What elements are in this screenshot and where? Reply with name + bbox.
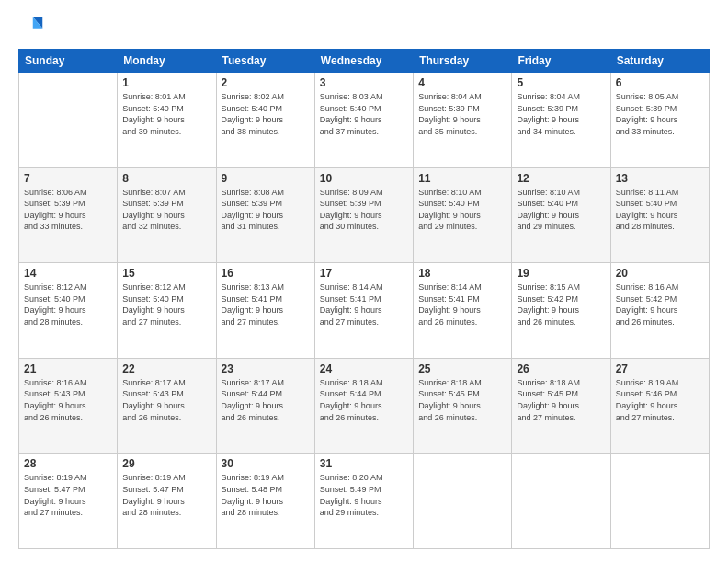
calendar-cell: 29Sunrise: 8:19 AM Sunset: 5:47 PM Dayli… — [118, 454, 216, 549]
day-number: 16 — [222, 267, 310, 280]
calendar-cell: 27Sunrise: 8:19 AM Sunset: 5:46 PM Dayli… — [610, 358, 709, 454]
day-info: Sunrise: 8:12 AM Sunset: 5:40 PM Dayligh… — [122, 282, 210, 327]
weekday-header-friday: Friday — [512, 50, 610, 73]
day-number: 12 — [517, 172, 605, 185]
day-number: 28 — [24, 457, 112, 470]
day-number: 2 — [222, 76, 310, 89]
calendar-cell: 3Sunrise: 8:03 AM Sunset: 5:40 PM Daylig… — [314, 73, 413, 168]
day-number: 8 — [122, 172, 210, 185]
day-info: Sunrise: 8:07 AM Sunset: 5:39 PM Dayligh… — [122, 187, 210, 233]
calendar-cell: 4Sunrise: 8:04 AM Sunset: 5:39 PM Daylig… — [414, 73, 512, 168]
day-number: 19 — [517, 267, 605, 280]
day-info: Sunrise: 8:19 AM Sunset: 5:47 PM Dayligh… — [24, 472, 112, 518]
calendar-cell: 25Sunrise: 8:18 AM Sunset: 5:45 PM Dayli… — [414, 358, 512, 454]
day-number: 26 — [517, 362, 605, 375]
day-info: Sunrise: 8:08 AM Sunset: 5:39 PM Dayligh… — [222, 187, 310, 233]
week-row-3: 21Sunrise: 8:16 AM Sunset: 5:43 PM Dayli… — [19, 358, 710, 454]
day-info: Sunrise: 8:10 AM Sunset: 5:40 PM Dayligh… — [517, 187, 605, 233]
day-info: Sunrise: 8:05 AM Sunset: 5:39 PM Dayligh… — [616, 91, 704, 137]
day-number: 13 — [616, 172, 704, 185]
logo-icon — [18, 14, 44, 40]
calendar-cell: 20Sunrise: 8:16 AM Sunset: 5:42 PM Dayli… — [610, 263, 709, 359]
day-number: 11 — [418, 172, 506, 185]
calendar-cell: 14Sunrise: 8:12 AM Sunset: 5:40 PM Dayli… — [19, 263, 118, 359]
calendar-cell — [19, 73, 118, 168]
calendar-cell — [512, 454, 610, 549]
day-info: Sunrise: 8:06 AM Sunset: 5:39 PM Dayligh… — [24, 187, 112, 233]
week-row-4: 28Sunrise: 8:19 AM Sunset: 5:47 PM Dayli… — [19, 454, 710, 549]
day-number: 25 — [418, 362, 506, 375]
calendar-cell: 1Sunrise: 8:01 AM Sunset: 5:40 PM Daylig… — [118, 73, 216, 168]
calendar-cell — [414, 454, 512, 549]
day-number: 29 — [122, 457, 210, 470]
calendar-cell: 22Sunrise: 8:17 AM Sunset: 5:43 PM Dayli… — [118, 358, 216, 454]
day-info: Sunrise: 8:19 AM Sunset: 5:46 PM Dayligh… — [616, 377, 704, 423]
calendar-cell: 15Sunrise: 8:12 AM Sunset: 5:40 PM Dayli… — [118, 263, 216, 359]
week-row-2: 14Sunrise: 8:12 AM Sunset: 5:40 PM Dayli… — [19, 263, 710, 359]
day-info: Sunrise: 8:16 AM Sunset: 5:43 PM Dayligh… — [24, 377, 112, 423]
calendar-cell: 8Sunrise: 8:07 AM Sunset: 5:39 PM Daylig… — [118, 167, 216, 263]
day-number: 5 — [517, 76, 605, 89]
weekday-header-thursday: Thursday — [414, 50, 512, 73]
day-number: 3 — [320, 76, 408, 89]
day-info: Sunrise: 8:19 AM Sunset: 5:48 PM Dayligh… — [222, 472, 310, 518]
day-info: Sunrise: 8:03 AM Sunset: 5:40 PM Dayligh… — [320, 91, 408, 137]
weekday-header-saturday: Saturday — [610, 50, 709, 73]
calendar-cell: 24Sunrise: 8:18 AM Sunset: 5:44 PM Dayli… — [314, 358, 413, 454]
day-number: 10 — [320, 172, 408, 185]
day-info: Sunrise: 8:04 AM Sunset: 5:39 PM Dayligh… — [517, 91, 605, 137]
calendar-table: SundayMondayTuesdayWednesdayThursdayFrid… — [18, 49, 710, 549]
day-info: Sunrise: 8:20 AM Sunset: 5:49 PM Dayligh… — [320, 472, 408, 518]
logo — [18, 14, 48, 40]
day-number: 31 — [320, 457, 408, 470]
day-number: 9 — [222, 172, 310, 185]
page: SundayMondayTuesdayWednesdayThursdayFrid… — [0, 0, 728, 563]
calendar-cell: 5Sunrise: 8:04 AM Sunset: 5:39 PM Daylig… — [512, 73, 610, 168]
calendar-cell: 13Sunrise: 8:11 AM Sunset: 5:40 PM Dayli… — [610, 167, 709, 263]
calendar-cell: 2Sunrise: 8:02 AM Sunset: 5:40 PM Daylig… — [216, 73, 314, 168]
day-number: 14 — [24, 267, 112, 280]
day-number: 4 — [418, 76, 506, 89]
day-number: 30 — [222, 457, 310, 470]
calendar-cell: 21Sunrise: 8:16 AM Sunset: 5:43 PM Dayli… — [19, 358, 118, 454]
day-info: Sunrise: 8:18 AM Sunset: 5:45 PM Dayligh… — [517, 377, 605, 423]
day-info: Sunrise: 8:17 AM Sunset: 5:44 PM Dayligh… — [222, 377, 310, 423]
day-info: Sunrise: 8:14 AM Sunset: 5:41 PM Dayligh… — [418, 282, 506, 327]
day-number: 15 — [122, 267, 210, 280]
calendar-cell: 30Sunrise: 8:19 AM Sunset: 5:48 PM Dayli… — [216, 454, 314, 549]
calendar-cell: 28Sunrise: 8:19 AM Sunset: 5:47 PM Dayli… — [19, 454, 118, 549]
week-row-1: 7Sunrise: 8:06 AM Sunset: 5:39 PM Daylig… — [19, 167, 710, 263]
day-number: 18 — [418, 267, 506, 280]
day-number: 6 — [616, 76, 704, 89]
day-info: Sunrise: 8:12 AM Sunset: 5:40 PM Dayligh… — [24, 282, 112, 327]
day-number: 21 — [24, 362, 112, 375]
day-info: Sunrise: 8:19 AM Sunset: 5:47 PM Dayligh… — [122, 472, 210, 518]
weekday-header-tuesday: Tuesday — [216, 50, 314, 73]
day-info: Sunrise: 8:11 AM Sunset: 5:40 PM Dayligh… — [616, 187, 704, 233]
day-number: 7 — [24, 172, 112, 185]
day-number: 27 — [616, 362, 704, 375]
calendar-cell: 12Sunrise: 8:10 AM Sunset: 5:40 PM Dayli… — [512, 167, 610, 263]
calendar-cell: 26Sunrise: 8:18 AM Sunset: 5:45 PM Dayli… — [512, 358, 610, 454]
calendar-cell: 16Sunrise: 8:13 AM Sunset: 5:41 PM Dayli… — [216, 263, 314, 359]
calendar-cell: 17Sunrise: 8:14 AM Sunset: 5:41 PM Dayli… — [314, 263, 413, 359]
day-number: 20 — [616, 267, 704, 280]
calendar-cell: 7Sunrise: 8:06 AM Sunset: 5:39 PM Daylig… — [19, 167, 118, 263]
day-info: Sunrise: 8:01 AM Sunset: 5:40 PM Dayligh… — [122, 91, 210, 137]
day-info: Sunrise: 8:14 AM Sunset: 5:41 PM Dayligh… — [320, 282, 408, 327]
calendar-cell: 19Sunrise: 8:15 AM Sunset: 5:42 PM Dayli… — [512, 263, 610, 359]
calendar-cell: 6Sunrise: 8:05 AM Sunset: 5:39 PM Daylig… — [610, 73, 709, 168]
day-info: Sunrise: 8:02 AM Sunset: 5:40 PM Dayligh… — [222, 91, 310, 137]
header — [18, 14, 710, 40]
calendar-cell: 10Sunrise: 8:09 AM Sunset: 5:39 PM Dayli… — [314, 167, 413, 263]
weekday-header-row: SundayMondayTuesdayWednesdayThursdayFrid… — [19, 50, 710, 73]
day-number: 22 — [122, 362, 210, 375]
day-info: Sunrise: 8:16 AM Sunset: 5:42 PM Dayligh… — [616, 282, 704, 327]
weekday-header-wednesday: Wednesday — [314, 50, 413, 73]
day-info: Sunrise: 8:09 AM Sunset: 5:39 PM Dayligh… — [320, 187, 408, 233]
day-number: 1 — [122, 76, 210, 89]
day-number: 23 — [222, 362, 310, 375]
week-row-0: 1Sunrise: 8:01 AM Sunset: 5:40 PM Daylig… — [19, 73, 710, 168]
weekday-header-sunday: Sunday — [19, 50, 118, 73]
calendar-cell — [610, 454, 709, 549]
